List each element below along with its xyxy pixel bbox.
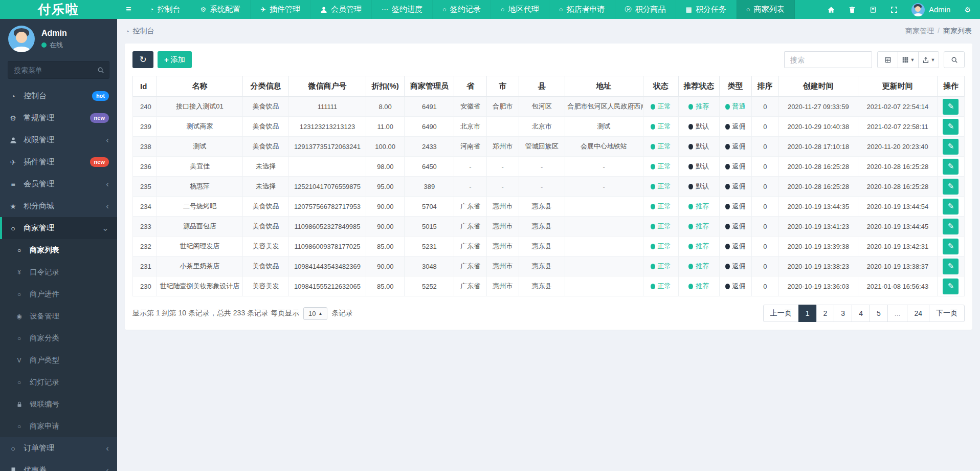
edit-button[interactable]: ✎ xyxy=(943,219,959,234)
sidebar-item[interactable]: ⚙常规管理new xyxy=(0,107,117,129)
search-button[interactable] xyxy=(944,51,965,68)
column-header[interactable]: 排序 xyxy=(751,76,778,97)
table-cell: 北京市 xyxy=(454,117,486,137)
cell-id: 238 xyxy=(133,137,157,157)
settings-gear-icon[interactable]: ⚙ xyxy=(964,6,971,14)
log-icon[interactable] xyxy=(870,6,877,13)
avatar[interactable] xyxy=(8,26,35,52)
add-button[interactable]: +添加 xyxy=(158,51,192,68)
table-cell: 2020-10-19 13:39:38 xyxy=(778,237,858,256)
status-dot-icon xyxy=(688,204,693,209)
table-cell: 惠州市 xyxy=(486,237,519,256)
per-page-dropdown[interactable]: 10▲ xyxy=(303,307,327,320)
column-header[interactable]: 地址 xyxy=(565,76,643,97)
column-header[interactable]: 折扣(%) xyxy=(366,76,404,97)
sidebar-subitem[interactable]: ○商家申请 xyxy=(0,415,117,437)
top-nav-item[interactable]: ⋯签约进度 xyxy=(372,0,433,19)
table-cell: 管城回族区 xyxy=(519,137,565,157)
page-button[interactable]: 3 xyxy=(834,305,852,322)
sidebar-item[interactable]: ★积分商城‹ xyxy=(0,195,117,217)
column-header[interactable]: 省 xyxy=(454,76,486,97)
edit-button[interactable]: ✎ xyxy=(943,259,959,274)
recommend-badge: 推荐 xyxy=(688,102,709,111)
trash-icon[interactable] xyxy=(849,6,856,13)
column-header[interactable]: 更新时间 xyxy=(858,76,937,97)
page-button[interactable]: 24 xyxy=(907,305,929,322)
sidebar-item[interactable]: ≡会员管理‹ xyxy=(0,173,117,195)
top-nav-item[interactable]: ○拓店者申请 xyxy=(549,0,615,19)
cell-action: ✎ xyxy=(937,197,964,217)
page-button[interactable]: 1 xyxy=(798,305,817,322)
circle-icon: ○ xyxy=(746,6,750,13)
column-header[interactable]: 市 xyxy=(486,76,519,97)
table-cell: 95.00 xyxy=(366,177,404,197)
sidebar-subitem[interactable]: ○商户进件 xyxy=(0,283,117,305)
sidebar-item[interactable]: ○订单管理‹ xyxy=(0,437,117,459)
sidebar-item[interactable]: 优惠券‹ xyxy=(0,459,117,471)
column-header[interactable]: 创建时间 xyxy=(778,76,858,97)
refresh-button[interactable]: ↻ xyxy=(132,51,153,68)
column-header[interactable]: 推荐状态 xyxy=(678,76,719,97)
table-cell xyxy=(565,217,643,237)
menu-search-input[interactable] xyxy=(8,61,109,79)
column-header[interactable]: 名称 xyxy=(157,76,242,97)
home-icon[interactable] xyxy=(828,6,835,13)
edit-button[interactable]: ✎ xyxy=(943,159,959,175)
column-header[interactable]: Id xyxy=(133,76,157,97)
grid-view-button[interactable]: ▼ xyxy=(898,51,919,68)
page-button[interactable]: 2 xyxy=(816,305,835,322)
sidebar-item[interactable]: 权限管理‹ xyxy=(0,129,117,151)
edit-button[interactable]: ✎ xyxy=(943,239,959,254)
column-header[interactable]: 类型 xyxy=(719,76,751,97)
page-button[interactable]: 5 xyxy=(870,305,888,322)
edit-button[interactable]: ✎ xyxy=(943,199,959,215)
sidebar-subitem[interactable]: ○商家分类 xyxy=(0,327,117,349)
top-nav-item[interactable]: Ⓟ积分商品 xyxy=(615,0,676,19)
column-header[interactable]: 商家管理员 xyxy=(405,76,454,97)
export-view-button[interactable]: ▼ xyxy=(918,51,939,68)
page-button[interactable]: 4 xyxy=(852,305,870,322)
top-nav-item[interactable]: ○签约记录 xyxy=(433,0,491,19)
top-nav-item[interactable]: ○地区代理 xyxy=(491,0,549,19)
user-menu[interactable]: Admin xyxy=(911,3,951,16)
sidebar-item[interactable]: ○商家管理⌄ xyxy=(0,217,117,239)
breadcrumb-section[interactable]: 商家管理 xyxy=(905,27,934,36)
sidebar-subitem[interactable]: ¥口令记录 xyxy=(0,261,117,283)
top-nav-item[interactable]: ▤积分任务 xyxy=(676,0,737,19)
table-cell xyxy=(565,256,643,276)
edit-button[interactable]: ✎ xyxy=(943,119,959,135)
top-nav-item[interactable]: ○商家列表 xyxy=(737,0,795,19)
chevron-left-icon: ‹ xyxy=(106,202,109,210)
page-button[interactable]: ... xyxy=(887,305,908,322)
column-header[interactable]: 分类信息 xyxy=(243,76,289,97)
column-header[interactable]: 状态 xyxy=(643,76,678,97)
top-nav-item[interactable]: 会员管理 xyxy=(310,0,372,19)
table-cell: 惠州市 xyxy=(486,256,519,276)
sidebar-subitem[interactable]: ○幻灯记录 xyxy=(0,371,117,393)
expand-icon[interactable] xyxy=(890,6,898,13)
top-nav-item[interactable]: ◔控制台 xyxy=(140,0,191,19)
breadcrumb-left[interactable]: 控制台 xyxy=(133,27,154,36)
top-nav-item[interactable]: ⚙系统配置 xyxy=(190,0,251,19)
hamburger-icon[interactable]: ≡ xyxy=(117,0,140,19)
sidebar-user-status: 在线 xyxy=(41,40,67,50)
edit-button[interactable]: ✎ xyxy=(943,99,959,115)
sidebar-item[interactable]: ◔控制台hot xyxy=(0,85,117,107)
column-header[interactable]: 操作 xyxy=(937,76,964,97)
sidebar-subitem[interactable]: ○商家列表 xyxy=(0,239,117,261)
sidebar-item[interactable]: ✈插件管理new xyxy=(0,151,117,173)
table-cell: 2021-02-07 22:58:11 xyxy=(858,117,937,137)
column-header[interactable]: 县 xyxy=(519,76,565,97)
sidebar-subitem[interactable]: 银联编号 xyxy=(0,393,117,415)
column-header[interactable]: 微信商户号 xyxy=(288,76,366,97)
edit-button[interactable]: ✎ xyxy=(943,139,959,155)
top-nav-item[interactable]: ✈插件管理 xyxy=(251,0,310,19)
sidebar-subitem[interactable]: ◉设备管理 xyxy=(0,305,117,327)
edit-button[interactable]: ✎ xyxy=(943,179,959,195)
table-search-input[interactable] xyxy=(784,51,872,68)
sidebar-subitem[interactable]: V商户类型 xyxy=(0,349,117,371)
tablelist-view-button[interactable] xyxy=(877,51,898,68)
edit-button[interactable]: ✎ xyxy=(943,279,959,294)
page-button[interactable]: 下一页 xyxy=(929,305,965,322)
page-button[interactable]: 上一页 xyxy=(763,305,799,322)
